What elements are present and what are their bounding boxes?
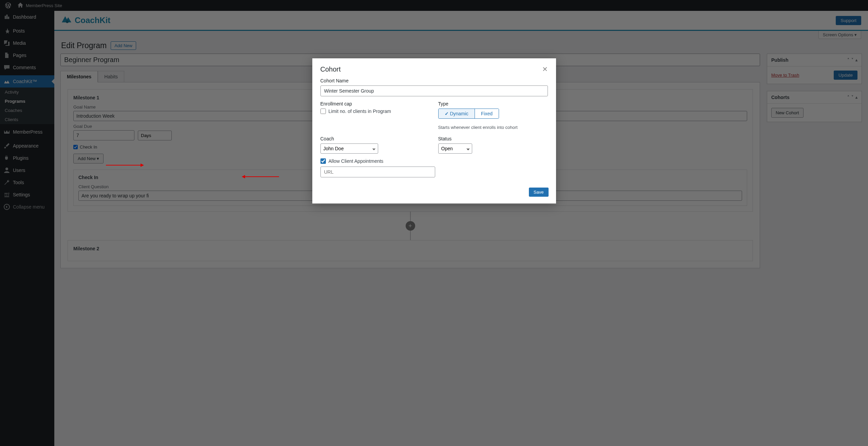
- coach-select[interactable]: John Doe: [320, 143, 378, 154]
- type-fixed-button[interactable]: Fixed: [475, 109, 499, 118]
- allow-appointments-row[interactable]: Allow Client Appointments: [320, 158, 548, 164]
- cohort-modal: Cohort ✕ Cohort Name Enrollment cap Limi…: [312, 58, 556, 203]
- annotation-arrow: [242, 175, 279, 178]
- type-segmented: Dynamic Fixed: [438, 109, 499, 119]
- allow-appointments-checkbox[interactable]: [320, 158, 326, 164]
- annotation-arrow: [106, 163, 144, 167]
- type-note: Starts whenever client enrolls into coho…: [438, 125, 548, 130]
- type-dynamic-button[interactable]: Dynamic: [439, 109, 475, 118]
- appointment-url-input[interactable]: [320, 167, 435, 177]
- modal-title: Cohort: [320, 65, 341, 73]
- status-select[interactable]: Open: [438, 143, 472, 154]
- modal-overlay: Cohort ✕ Cohort Name Enrollment cap Limi…: [0, 0, 868, 446]
- limit-clients-row[interactable]: Limit no. of clients in Program: [320, 109, 430, 114]
- close-icon[interactable]: ✕: [542, 65, 548, 73]
- limit-clients-checkbox[interactable]: [320, 109, 326, 114]
- cohort-name-input[interactable]: [320, 85, 548, 96]
- save-button[interactable]: Save: [529, 188, 549, 197]
